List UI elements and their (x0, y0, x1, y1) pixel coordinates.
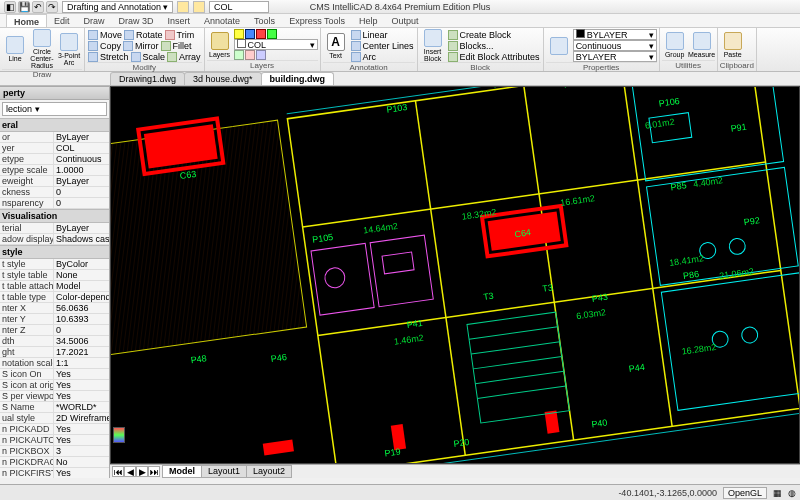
property-value[interactable]: No (54, 457, 109, 467)
property-row[interactable]: dth34.5006 (0, 336, 109, 347)
circle-button[interactable]: Circle Center-Radius (29, 29, 55, 69)
color-combo[interactable]: BYLAYER▾ (573, 29, 657, 40)
property-value[interactable]: Yes (54, 391, 109, 401)
model-tab[interactable]: Model (162, 465, 202, 478)
tab-first-icon[interactable]: ⏮ (112, 466, 124, 477)
ribbon-tab-insert[interactable]: Insert (161, 14, 198, 27)
render-mode[interactable]: OpenGL (723, 487, 767, 499)
property-row[interactable]: etype scale1.0000 (0, 165, 109, 176)
move-button[interactable]: Move (87, 29, 123, 40)
doc-tab[interactable]: 3d house.dwg* (184, 72, 262, 85)
property-row[interactable]: n PICKFIRSTYes (0, 468, 109, 478)
scale-button[interactable]: Scale (130, 51, 167, 62)
blocks-button[interactable]: Blocks... (447, 40, 541, 51)
layer-combo[interactable]: COL▾ (234, 39, 318, 50)
measure-button[interactable]: Measure (689, 32, 715, 58)
property-value[interactable]: 0 (54, 325, 109, 335)
property-row[interactable]: ckness0 (0, 187, 109, 198)
property-value[interactable]: Yes (54, 424, 109, 434)
fillet-button[interactable]: Fillet (160, 40, 194, 51)
property-row[interactable]: S icon OnYes (0, 369, 109, 380)
qat-redo-icon[interactable]: ↷ (46, 1, 58, 13)
qat-icon[interactable] (177, 1, 189, 13)
arc-button[interactable]: 3-Point Arc (56, 33, 82, 66)
property-row[interactable]: t table attached toModel (0, 281, 109, 292)
property-row[interactable]: nter Y10.6393 (0, 314, 109, 325)
panel-label[interactable]: Modify (87, 62, 202, 72)
property-row[interactable]: nter Z0 (0, 325, 109, 336)
property-value[interactable]: COL (54, 143, 109, 153)
qat-save-icon[interactable]: 💾 (18, 1, 30, 13)
property-row[interactable]: terialByLayer (0, 223, 109, 234)
mirror-button[interactable]: Mirror (122, 40, 160, 51)
property-value[interactable]: Yes (54, 435, 109, 445)
property-value[interactable]: 17.2021 (54, 347, 109, 357)
linetype-combo[interactable]: Continuous▾ (573, 40, 657, 51)
property-row[interactable]: n PICKDRAGNo (0, 457, 109, 468)
property-row[interactable]: t style tableNone (0, 270, 109, 281)
panel-label[interactable]: Utilities (662, 60, 715, 70)
qat-undo-icon[interactable]: ↶ (32, 1, 44, 13)
property-value[interactable]: 10.6393 (54, 314, 109, 324)
property-value[interactable]: ByLayer (54, 132, 109, 142)
property-value[interactable]: 0 (54, 198, 109, 208)
create-block-button[interactable]: Create Block (447, 29, 541, 40)
ribbon-tab-home[interactable]: Home (6, 14, 47, 27)
edit-attrs-button[interactable]: Edit Block Attributes (447, 51, 541, 62)
property-row[interactable]: yerCOL (0, 143, 109, 154)
layout-tab[interactable]: Layout2 (246, 465, 292, 478)
property-value[interactable]: 3 (54, 446, 109, 456)
property-row[interactable]: etypeContinuous (0, 154, 109, 165)
selection-combo[interactable]: lection ▾ (2, 102, 107, 116)
panel-label[interactable]: Properties (546, 62, 657, 72)
property-row[interactable]: n PICKADDYes (0, 424, 109, 435)
ribbon-tab-tools[interactable]: Tools (247, 14, 282, 27)
property-value[interactable]: 2D Wireframe (54, 413, 109, 423)
ribbon-tab-express[interactable]: Express Tools (282, 14, 352, 27)
property-value[interactable]: 56.0636 (54, 303, 109, 313)
property-row[interactable]: t styleByColor (0, 259, 109, 270)
lineweight-combo[interactable]: BYLAYER▾ (573, 51, 657, 62)
group-button[interactable]: Group (662, 32, 688, 58)
property-value[interactable]: Yes (54, 468, 109, 478)
property-value[interactable]: Yes (54, 380, 109, 390)
status-icon[interactable]: ▦ (773, 488, 782, 498)
property-value[interactable]: Continuous (54, 154, 109, 164)
property-row[interactable]: nter X56.0636 (0, 303, 109, 314)
property-row[interactable]: eweightByLayer (0, 176, 109, 187)
tab-prev-icon[interactable]: ◀ (124, 466, 136, 477)
property-row[interactable]: adow displayShadows cast and rec.. (0, 234, 109, 245)
property-row[interactable]: ght17.2021 (0, 347, 109, 358)
ribbon-tab-edit[interactable]: Edit (47, 14, 77, 27)
property-category[interactable]: style (0, 245, 109, 259)
ribbon-tab-help[interactable]: Help (352, 14, 385, 27)
property-row[interactable]: n PICKAUTOYes (0, 435, 109, 446)
property-value[interactable]: 34.5006 (54, 336, 109, 346)
property-row[interactable]: nsparency0 (0, 198, 109, 209)
property-value[interactable]: Color-dependent print (54, 292, 109, 302)
property-value[interactable]: 1:1 (54, 358, 109, 368)
doc-tab-active[interactable]: building.dwg (261, 72, 335, 85)
ribbon-tab-draw3d[interactable]: Draw 3D (112, 14, 161, 27)
app-menu-icon[interactable]: ◧ (4, 1, 16, 13)
stretch-button[interactable]: Stretch (87, 51, 130, 62)
property-category[interactable]: Visualisation (0, 209, 109, 223)
panel-label[interactable]: Draw (2, 69, 82, 79)
tab-next-icon[interactable]: ▶ (136, 466, 148, 477)
doc-tab[interactable]: Drawing1.dwg (110, 72, 185, 85)
property-category[interactable]: eral (0, 118, 109, 132)
property-value[interactable]: Shadows cast and rec.. (54, 234, 109, 244)
centerlines-button[interactable]: Center Lines (350, 40, 415, 51)
rotate-button[interactable]: Rotate (123, 29, 164, 40)
property-value[interactable]: 1.0000 (54, 165, 109, 175)
property-value[interactable]: ByLayer (54, 176, 109, 186)
ribbon-tab-output[interactable]: Output (385, 14, 426, 27)
property-value[interactable]: None (54, 270, 109, 280)
ribbon-tab-draw[interactable]: Draw (77, 14, 112, 27)
qat-icon[interactable] (193, 1, 205, 13)
panel-label[interactable]: Annotation (323, 62, 415, 72)
property-value[interactable]: ByLayer (54, 223, 109, 233)
tab-last-icon[interactable]: ⏭ (148, 466, 160, 477)
linear-dim-button[interactable]: Linear (350, 29, 415, 40)
property-value[interactable]: Model (54, 281, 109, 291)
